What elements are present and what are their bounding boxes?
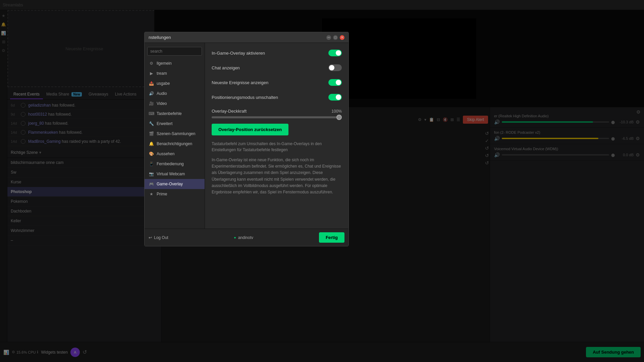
- settings-nav-video[interactable]: 🎥 Video: [145, 99, 205, 109]
- audio-icon: 🔊: [149, 91, 154, 96]
- nav-label: Video: [157, 101, 167, 106]
- settings-nav-audio[interactable]: 🔊 Audio: [145, 88, 205, 99]
- setting-row-positionierung: Positionierungsmodus umschalten: [212, 94, 342, 101]
- erweitert-icon: 🔧: [149, 121, 154, 126]
- nav-label: Prime: [157, 192, 167, 196]
- logout-label: Log Out: [154, 235, 168, 240]
- chat-label: Chat anzeigen: [212, 65, 240, 70]
- settings-nav-erweitert[interactable]: 🔧 Erweitert: [145, 119, 205, 129]
- logout-icon: ↩: [149, 235, 152, 240]
- setting-row-overlay: In-Game-Overlay aktivieren: [212, 50, 342, 56]
- maximize-button[interactable]: □: [333, 35, 338, 40]
- aussehen-icon: 🎨: [149, 152, 154, 156]
- reset-overlay-button[interactable]: Overlay-Position zurücksetzen: [212, 124, 288, 135]
- settings-sidebar: ⚙ llgemein ▶ tream 📤 usgabe 🔊 Audio 🎥 Vi…: [145, 43, 205, 229]
- prime-icon: ★: [149, 192, 154, 196]
- settings-title: nstellungen: [149, 35, 324, 40]
- nav-label: llgemein: [157, 61, 172, 66]
- setting-row-chat: Chat anzeigen: [212, 64, 342, 71]
- chat-toggle[interactable]: [328, 64, 342, 71]
- settings-search-input[interactable]: [147, 47, 202, 56]
- nav-label: tream: [157, 71, 167, 76]
- minimize-button[interactable]: ─: [326, 35, 331, 40]
- settings-footer: ↩ Log Out ● andinotv Fertig: [145, 229, 348, 246]
- logout-button[interactable]: ↩ Log Out: [149, 235, 168, 240]
- settings-content: In-Game-Overlay aktivieren Chat anzeigen…: [205, 43, 348, 229]
- ausgabe-icon: 📤: [149, 81, 154, 86]
- nav-label: Szenen-Sammlungen: [157, 131, 195, 136]
- positionierung-toggle[interactable]: [328, 94, 342, 101]
- nav-label: Game-Overlay: [157, 182, 183, 186]
- settings-titlebar: nstellungen ─ □ ✕: [145, 32, 348, 43]
- settings-nav-game-overlay[interactable]: 🎮 Game-Overlay: [145, 179, 205, 189]
- deckkraft-label: Overlay-Deckkraft: [212, 109, 247, 114]
- ereignisse-toggle[interactable]: [328, 79, 342, 86]
- settings-nav-allgemein[interactable]: ⚙ llgemein: [145, 58, 205, 68]
- settings-body: ⚙ llgemein ▶ tream 📤 usgabe 🔊 Audio 🎥 Vi…: [145, 43, 348, 229]
- nav-label: Fernbedienung: [157, 162, 184, 166]
- nav-label: usgabe: [157, 81, 170, 86]
- done-button[interactable]: Fertig: [319, 232, 344, 243]
- settings-nav-fernbedienung[interactable]: 📱 Fernbedienung: [145, 159, 205, 169]
- deckkraft-section: Overlay-Deckkraft 100%: [212, 109, 342, 118]
- username-label: andinotv: [238, 235, 253, 240]
- game-overlay-icon: 🎮: [149, 182, 154, 186]
- settings-nav-ausgabe[interactable]: 📤 usgabe: [145, 78, 205, 88]
- close-button[interactable]: ✕: [340, 35, 344, 40]
- settings-nav-szenen[interactable]: 🎬 Szenen-Sammlungen: [145, 129, 205, 139]
- settings-nav-virtual-webcam[interactable]: 📷 Virtual Webcam: [145, 169, 205, 179]
- settings-window: nstellungen ─ □ ✕ ⚙ llgemein ▶ tream 📤 u…: [144, 32, 349, 246]
- settings-nav-tastenbefehle[interactable]: ⌨ Tastenbefehle: [145, 109, 205, 119]
- nav-label: Tastenbefehle: [157, 111, 182, 116]
- benachrichtigungen-icon: 🔔: [149, 141, 154, 146]
- opacity-thumb[interactable]: [336, 115, 342, 120]
- stream-icon: ▶: [149, 71, 154, 76]
- video-icon: 🎥: [149, 101, 154, 106]
- virtual-webcam-icon: 📷: [149, 172, 154, 176]
- fernbedienung-icon: 📱: [149, 162, 154, 166]
- user-icon: ●: [234, 236, 236, 239]
- szenen-icon: 🎬: [149, 131, 154, 136]
- allgemein-icon: ⚙: [149, 61, 154, 66]
- nav-label: Erweitert: [157, 121, 172, 126]
- opacity-fill: [212, 116, 342, 118]
- overlay-toggle[interactable]: [328, 50, 342, 56]
- keyboard-desc-text: Tastaturbefehl zum Umschalten des In-Gam…: [212, 141, 342, 153]
- deckkraft-value: 100%: [331, 109, 342, 114]
- settings-nav-stream[interactable]: ▶ tream: [145, 68, 205, 78]
- setting-row-ereignisse: Neueste Ereignisse anzeigen: [212, 79, 342, 86]
- ereignisse-label: Neueste Ereignisse anzeigen: [212, 80, 268, 85]
- nav-label: Virtual Webcam: [157, 172, 185, 176]
- settings-nav-aussehen[interactable]: 🎨 Aussehen: [145, 149, 205, 159]
- tastenbefehle-icon: ⌨: [149, 111, 154, 116]
- info-text: In-Game-Overlay ist eine neue Funktion, …: [212, 157, 342, 195]
- user-info: ● andinotv: [234, 235, 253, 240]
- settings-nav-prime[interactable]: ★ Prime: [145, 189, 205, 199]
- overlay-label: In-Game-Overlay aktivieren: [212, 51, 265, 56]
- settings-nav-benachrichtigungen[interactable]: 🔔 Benachrichtigungen: [145, 139, 205, 149]
- positionierung-label: Positionierungsmodus umschalten: [212, 95, 278, 100]
- nav-label: Benachrichtigungen: [157, 141, 192, 146]
- nav-label: Audio: [157, 91, 167, 96]
- nav-label: Aussehen: [157, 152, 174, 156]
- opacity-slider[interactable]: [212, 116, 342, 118]
